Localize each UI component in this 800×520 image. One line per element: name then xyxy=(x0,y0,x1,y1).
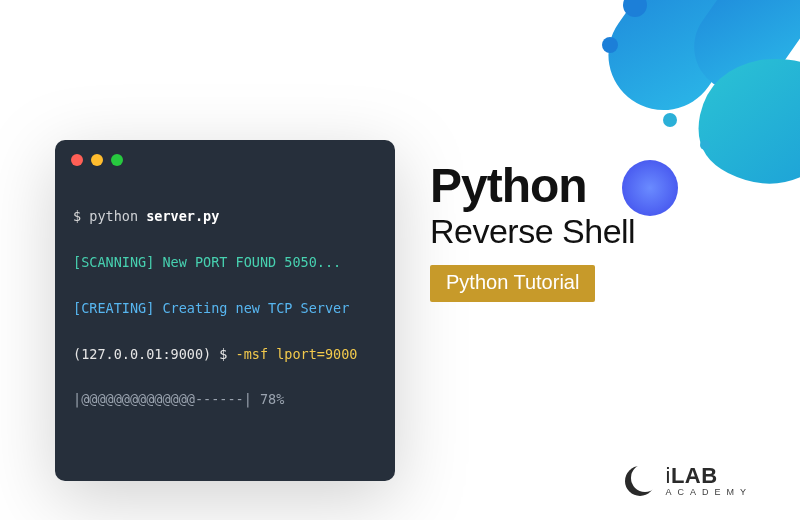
progress-bar-text: |@@@@@@@@@@@@@@------| 78% xyxy=(73,388,377,411)
title-main: Python xyxy=(430,162,635,210)
scan-output-line: [SCANNING] New PORT FOUND 5050... xyxy=(73,251,377,274)
command-text: python xyxy=(89,208,146,224)
minimize-icon xyxy=(91,154,103,166)
create-output-line: [CREATING] Creating new TCP Server xyxy=(73,297,377,320)
address-text: (127.0.0.01:9000) xyxy=(73,346,211,362)
terminal-window: $ python server.py [SCANNING] New PORT F… xyxy=(55,140,395,481)
brand-logo: iLAB ACADEMY xyxy=(623,464,752,498)
title-sub: Reverse Shell xyxy=(430,212,635,251)
svg-point-3 xyxy=(602,37,618,53)
logo-subtitle: ACADEMY xyxy=(665,488,752,497)
close-icon xyxy=(71,154,83,166)
msf-flag-text: -msf lport=9000 xyxy=(236,346,358,362)
crescent-icon xyxy=(623,464,657,498)
svg-rect-1 xyxy=(677,0,800,110)
svg-point-4 xyxy=(663,113,677,127)
secondary-prompt: $ xyxy=(211,346,235,362)
title-block: Python Reverse Shell Python Tutorial xyxy=(430,162,635,302)
maximize-icon xyxy=(111,154,123,166)
svg-point-5 xyxy=(700,140,710,150)
svg-point-2 xyxy=(623,0,647,17)
terminal-output: $ python server.py [SCANNING] New PORT F… xyxy=(55,176,395,463)
filename-text: server.py xyxy=(146,208,219,224)
logo-name: iLAB xyxy=(665,465,752,487)
terminal-titlebar xyxy=(55,140,395,176)
tutorial-badge: Python Tutorial xyxy=(430,265,595,302)
prompt-symbol: $ xyxy=(73,208,89,224)
svg-rect-0 xyxy=(587,0,800,132)
